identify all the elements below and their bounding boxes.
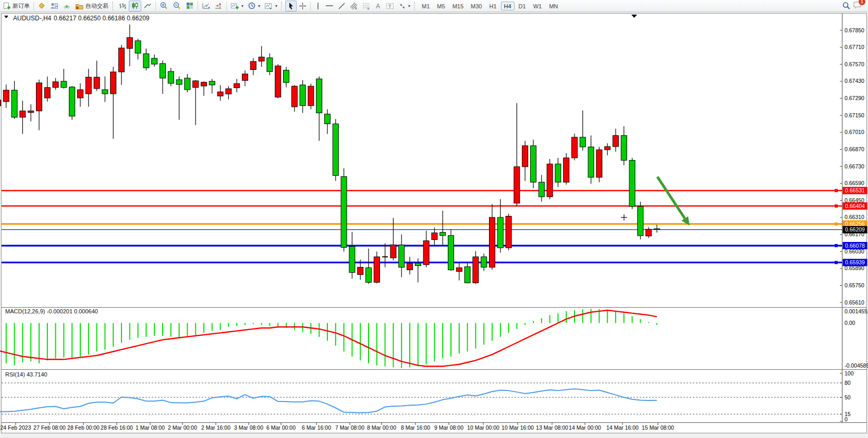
templates-button[interactable]: ▾: [262, 1, 279, 11]
market-watch-button[interactable]: [35, 1, 48, 11]
svg-text:0.66730: 0.66730: [845, 163, 864, 169]
candle-body: [11, 90, 17, 117]
svg-text:T: T: [388, 4, 392, 9]
new-chart-button[interactable]: ▾: [228, 1, 246, 11]
candle-body: [621, 136, 627, 161]
candle-body: [596, 150, 602, 177]
candle-body: [226, 89, 231, 94]
text-button[interactable]: A: [373, 1, 384, 11]
hline-handle[interactable]: [835, 189, 838, 192]
candle-body: [481, 257, 487, 267]
timeframe-M15[interactable]: M15: [449, 2, 467, 10]
candle-body: [78, 90, 83, 98]
candle-body: [390, 245, 396, 258]
rsi-axis-label: 0: [845, 416, 848, 422]
zoom-out-icon: [173, 2, 181, 10]
candle-body: [605, 147, 610, 150]
timeframe-H4[interactable]: H4: [501, 2, 515, 10]
candle-body: [44, 88, 50, 98]
macd-axis-label: -0.004585: [845, 362, 868, 369]
candle-body: [259, 57, 264, 61]
bar-chart-icon: [118, 2, 127, 10]
candle-body: [432, 233, 437, 240]
candle-body: [638, 206, 643, 236]
candle-body: [440, 233, 446, 236]
fibonacci-button[interactable]: F: [360, 1, 373, 11]
candle-body: [588, 147, 594, 177]
macd-axis-label: 0.00: [845, 320, 855, 326]
svg-text:E: E: [355, 7, 357, 10]
time-label: 13 Mar 08:00: [536, 424, 568, 431]
toolbar-grip: [414, 2, 417, 10]
gold-diamond-icon: [38, 2, 46, 10]
cursor-button[interactable]: [285, 1, 297, 11]
candle-body: [201, 82, 207, 86]
new-order-button[interactable]: 新订单: [1, 1, 32, 11]
candle-body: [448, 236, 454, 270]
time-label: 10 Mar 16:00: [502, 424, 534, 431]
periods-button[interactable]: ▾: [246, 1, 262, 11]
time-label: 3 Mar 08:00: [234, 424, 263, 431]
svg-text:0.65750: 0.65750: [845, 282, 864, 288]
notifications-button[interactable]: 1: [853, 1, 863, 11]
text-label-icon: T: [386, 2, 394, 10]
signals-button[interactable]: [60, 1, 73, 11]
text-label-button[interactable]: T: [384, 1, 396, 11]
chart-line-button[interactable]: [141, 1, 154, 11]
candle-body: [209, 81, 215, 85]
timeframe-MN[interactable]: MN: [546, 2, 561, 10]
new-order-label: 新订单: [13, 2, 30, 10]
vertical-line-icon: [315, 2, 321, 10]
price-chip-label: 0.66404: [845, 203, 865, 209]
time-label: 14 Mar 16:00: [606, 424, 639, 431]
trendline-button[interactable]: [336, 1, 348, 11]
candle-body: [580, 137, 585, 147]
hline-handle[interactable]: [835, 244, 838, 247]
timeframe-D1[interactable]: D1: [516, 2, 529, 10]
crosshair-button[interactable]: [297, 1, 309, 11]
timeframe-M1[interactable]: M1: [419, 2, 433, 10]
candle-body: [456, 267, 462, 271]
chart-shift-button[interactable]: [212, 1, 225, 11]
candle-body: [61, 81, 67, 88]
candle-body: [415, 263, 421, 266]
timeframe-W1[interactable]: W1: [530, 2, 545, 10]
candle-body: [111, 72, 116, 94]
depth-of-market-button[interactable]: [48, 1, 60, 11]
candle-body: [407, 263, 413, 270]
svg-text:0.67290: 0.67290: [845, 95, 864, 101]
candle-body: [234, 83, 240, 88]
timeframe-H1[interactable]: H1: [486, 2, 499, 10]
timeframe-M30[interactable]: M30: [468, 2, 485, 10]
hline-handle[interactable]: [835, 223, 838, 226]
candle-body: [572, 137, 578, 158]
auto-trading-button[interactable]: 自动交易: [73, 1, 111, 11]
auto-scroll-button[interactable]: [200, 1, 212, 11]
arrows-button[interactable]: ▾: [396, 1, 412, 11]
hline-handle[interactable]: [835, 204, 838, 208]
vertical-line-button[interactable]: [312, 1, 323, 11]
zoom-in-button[interactable]: [157, 1, 170, 11]
chart-candles-button[interactable]: [129, 1, 141, 11]
tile-windows-button[interactable]: [184, 1, 196, 11]
shapes-icon: [398, 2, 406, 10]
svg-text:0.67150: 0.67150: [845, 112, 864, 118]
search-button[interactable]: [840, 1, 853, 11]
new-chart-icon: [230, 2, 239, 10]
timeframe-row: M1M5M15M30H1H4D1W1MN: [418, 2, 561, 10]
svg-text:0.66870: 0.66870: [845, 146, 864, 152]
timeframe-M5[interactable]: M5: [434, 2, 448, 10]
candle-body: [506, 216, 511, 248]
candle-body: [300, 85, 305, 106]
candle-body: [36, 83, 42, 111]
line-chart-icon: [143, 2, 152, 10]
candle-body: [547, 164, 553, 197]
chart-ohlc: 0.66217 0.66250 0.66186 0.66209: [54, 15, 150, 22]
hline-handle[interactable]: [835, 261, 838, 264]
equidistant-channel-button[interactable]: E: [348, 1, 360, 11]
svg-text:0.67430: 0.67430: [845, 78, 864, 84]
horizontal-line-button[interactable]: [323, 1, 336, 11]
chart-bars-button[interactable]: [116, 1, 129, 11]
svg-text:0.67010: 0.67010: [845, 129, 864, 135]
zoom-out-button[interactable]: [170, 1, 184, 11]
